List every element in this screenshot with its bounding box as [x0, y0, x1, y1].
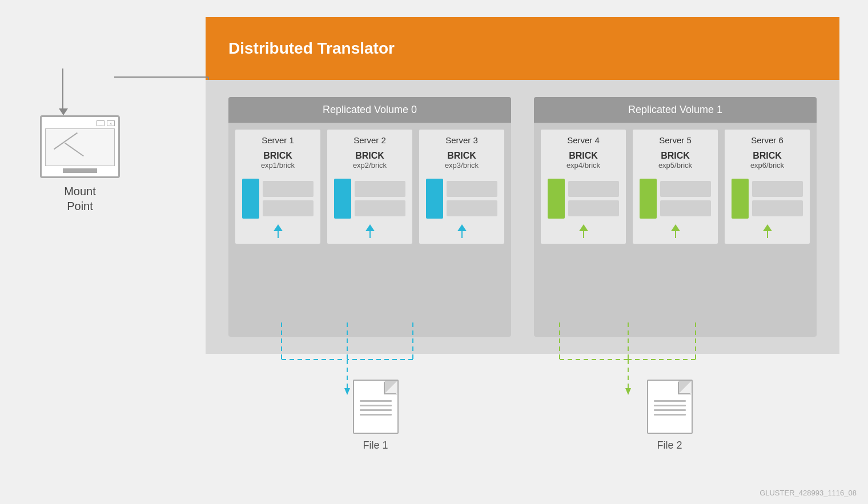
server-4-arrow-shaft: [583, 231, 584, 238]
file-2-label: File 2: [657, 440, 682, 451]
server-5-label: Server 5: [659, 135, 692, 145]
server-3-brick-rect: [426, 179, 443, 219]
file-1-line-4: [360, 414, 392, 416]
servers-row-1: Server 4 BRICK exp4/brick: [534, 123, 817, 251]
server-6-brick-visual: [729, 176, 805, 221]
file-2-line-3: [654, 409, 686, 411]
distributed-translator-box: Distributed Translator Replicated Volume…: [206, 17, 839, 354]
mount-point-label: MountPoint: [64, 184, 96, 213]
file-1-line-3: [360, 409, 392, 411]
watermark: GLUSTER_428993_1116_08: [760, 489, 857, 497]
server-1-label: Server 1: [262, 135, 294, 145]
server-2-arrow-shaft: [369, 231, 371, 238]
distributed-translator-title: Distributed Translator: [228, 39, 395, 58]
server-6-brick-path: exp6/brick: [750, 161, 784, 170]
server-5-side-rects: [660, 181, 711, 216]
file-2-line-4: [654, 414, 686, 416]
server-3-side-rect-2: [447, 200, 497, 216]
server-2-brick-path: exp2/brick: [353, 161, 387, 170]
file-1-corner: [385, 381, 397, 393]
server-3-box: Server 3 BRICK exp3/brick: [419, 130, 504, 244]
screen-line-2: [65, 143, 84, 157]
screen-line-1: [54, 132, 78, 150]
server-2-label: Server 2: [353, 135, 386, 145]
server-2-side-rect-2: [355, 200, 405, 216]
server-2-side-rect-1: [355, 181, 405, 197]
computer-btn-close: ×: [107, 120, 115, 126]
server-2-arrow-head: [365, 224, 375, 231]
mp-arrow-shaft-down: [62, 68, 63, 108]
server-6-arrow: [763, 224, 772, 238]
file-2-group: File 2: [523, 380, 817, 451]
file-1-line-1: [360, 400, 392, 402]
server-5-brick-visual: [637, 176, 713, 221]
mount-point-area: _ × MountPoint: [23, 68, 137, 213]
server-4-brick-visual: [545, 176, 621, 221]
server-6-arrow-head: [763, 224, 772, 231]
server-6-side-rects: [752, 181, 803, 216]
server-4-box: Server 4 BRICK exp4/brick: [541, 130, 626, 244]
server-3-side-rects: [447, 181, 497, 216]
servers-row-0: Server 1 BRICK exp1/brick: [228, 123, 511, 251]
replicated-volume-1-header: Replicated Volume 1: [534, 97, 817, 123]
main-area: Distributed Translator Replicated Volume…: [0, 0, 868, 504]
server-1-arrow: [274, 224, 283, 238]
server-1-brick-visual: [240, 176, 316, 221]
server-3-arrow: [457, 224, 467, 238]
files-area: File 1 File 2: [206, 380, 839, 451]
server-6-brick-rect: [732, 179, 749, 219]
server-6-label: Server 6: [751, 135, 783, 145]
computer-btn-minimize: _: [97, 120, 105, 126]
server-4-side-rect-1: [568, 181, 619, 197]
server-4-side-rect-2: [568, 200, 619, 216]
server-1-arrow-shaft: [278, 231, 279, 238]
server-4-brick-label: BRICK: [569, 151, 598, 161]
server-2-arrow: [365, 224, 375, 238]
server-3-side-rect-1: [447, 181, 497, 197]
server-3-brick-label: BRICK: [447, 151, 476, 161]
server-5-brick-rect: [640, 179, 657, 219]
file-2-line-1: [654, 400, 686, 402]
computer-screen: [45, 128, 115, 166]
computer-base: [63, 168, 97, 173]
file-2-icon: [647, 380, 693, 434]
file-2-line-2: [654, 405, 686, 406]
server-6-box: Server 6 BRICK exp6/brick: [725, 130, 810, 244]
server-6-arrow-shaft: [767, 231, 768, 238]
server-4-brick-rect: [548, 179, 565, 219]
computer-titlebar: _ ×: [45, 120, 115, 126]
server-3-brick-visual: [424, 176, 500, 221]
server-2-box: Server 2 BRICK exp2/brick: [327, 130, 412, 244]
server-6-side-rect-2: [752, 200, 803, 216]
server-5-brick-label: BRICK: [661, 151, 690, 161]
server-2-side-rects: [355, 181, 405, 216]
server-6-side-rect-1: [752, 181, 803, 197]
computer-icon: _ ×: [40, 115, 120, 178]
server-5-arrow-shaft: [675, 231, 676, 238]
server-1-brick-rect: [242, 179, 259, 219]
server-1-side-rect-1: [263, 181, 314, 197]
replicated-volume-0: Replicated Volume 0 Server 1 BRICK exp1/…: [228, 97, 511, 337]
server-5-arrow: [671, 224, 680, 238]
server-5-arrow-head: [671, 224, 680, 231]
server-4-arrow-head: [579, 224, 588, 231]
file-1-label: File 1: [363, 440, 388, 451]
server-3-label: Server 3: [445, 135, 478, 145]
server-1-brick-label: BRICK: [263, 151, 292, 161]
server-1-box: Server 1 BRICK exp1/brick: [235, 130, 320, 244]
mp-arrow-head-down: [59, 108, 68, 115]
server-5-box: Server 5 BRICK exp5/brick: [633, 130, 718, 244]
server-4-side-rects: [568, 181, 619, 216]
server-5-side-rect-2: [660, 200, 711, 216]
server-2-brick-label: BRICK: [355, 151, 384, 161]
distributed-translator-header: Distributed Translator: [206, 17, 839, 80]
replicated-volume-0-header: Replicated Volume 0: [228, 97, 511, 123]
server-3-arrow-head: [457, 224, 467, 231]
server-3-arrow-shaft: [461, 231, 463, 238]
server-5-brick-path: exp5/brick: [658, 161, 692, 170]
file-1-icon: [353, 380, 399, 434]
server-4-brick-path: exp4/brick: [566, 161, 600, 170]
server-1-arrow-head: [274, 224, 283, 231]
replicated-volume-1: Replicated Volume 1 Server 4 BRICK exp4/…: [534, 97, 817, 337]
file-1-group: File 1: [228, 380, 523, 451]
